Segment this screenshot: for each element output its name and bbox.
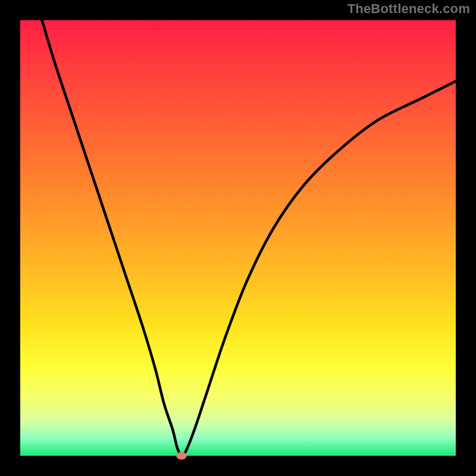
plot-area xyxy=(20,20,456,456)
chart-frame: TheBottleneck.com xyxy=(0,0,476,476)
watermark-text: TheBottleneck.com xyxy=(347,1,470,17)
optimum-marker xyxy=(176,452,187,460)
bottleneck-curve xyxy=(20,20,456,456)
